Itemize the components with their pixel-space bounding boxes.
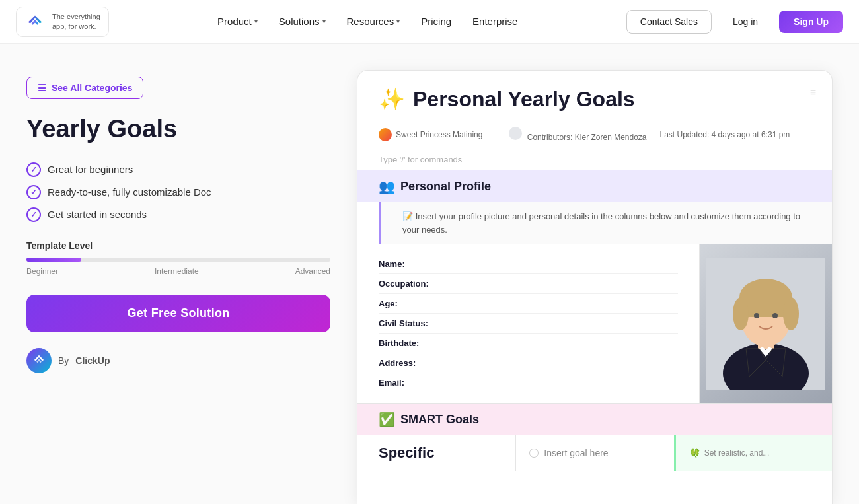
contributors-icon	[509, 127, 522, 140]
profile-table: Name: Occupation: Age: Civil Status: Bir…	[357, 244, 832, 403]
meta-contributors: Contributors: Kier Zoren Mendoza	[509, 127, 646, 142]
field-age: Age:	[379, 294, 678, 314]
author-name: Sweet Princess Matining	[396, 130, 482, 139]
nav-solutions[interactable]: Solutions ▾	[270, 11, 335, 32]
personal-profile-emoji-icon: 👥	[379, 178, 395, 194]
doc-title-row: ✨ Personal Yearly Goals	[379, 87, 635, 112]
doc-meta: Sweet Princess Matining Contributors: Ki…	[357, 120, 832, 149]
svg-point-9	[754, 313, 759, 318]
svg-point-8	[783, 297, 799, 330]
field-name: Name:	[379, 254, 678, 274]
nav-left: The everything app, for work.	[16, 7, 109, 37]
doc-title-text: Personal Yearly Goals	[413, 87, 635, 112]
doc-header: ✨ Personal Yearly Goals	[357, 71, 832, 120]
by-label: By	[58, 355, 69, 366]
check-circle-icon-0	[26, 162, 41, 177]
feature-item-2: Get started in seconds	[26, 207, 330, 222]
radio-empty-icon	[529, 449, 539, 458]
contributors-value: Kier Zoren Mendoza	[575, 133, 647, 142]
realistic-text: Set realistic, and...	[704, 449, 770, 458]
last-updated-value: 4 days ago at 6:31 pm	[712, 130, 790, 139]
specific-placeholder: Insert goal here	[544, 448, 608, 458]
template-level-label: Template Level	[26, 240, 330, 251]
section-heading-personal-profile: 👥 Personal Profile	[357, 170, 832, 202]
svg-point-7	[733, 297, 749, 330]
check-circle-icon-2	[26, 207, 41, 222]
profile-photo-inner	[700, 244, 832, 403]
note-text: Insert your profile picture and personal…	[402, 211, 800, 234]
nav-resources[interactable]: Resources ▾	[338, 11, 410, 32]
smart-goals-heading-text: SMART Goals	[400, 413, 479, 427]
by-clickup: By ClickUp	[26, 348, 330, 373]
last-updated-label: Last Updated:	[660, 130, 710, 139]
note-emoji-icon: 📝	[402, 211, 413, 221]
doc-preview: ≡ ✨ Personal Yearly Goals Sweet Princess…	[357, 70, 833, 504]
field-address: Address:	[379, 353, 678, 373]
contributors-label: Contributors:	[527, 133, 573, 142]
nav-enterprise[interactable]: Enterprise	[463, 11, 527, 32]
field-email: Email:	[379, 373, 678, 392]
signup-button[interactable]: Sign Up	[779, 11, 843, 33]
see-all-categories-button[interactable]: ☰ See All Categories	[26, 77, 143, 99]
nav-links: Product ▾ Solutions ▾ Resources ▾ Pricin…	[208, 11, 527, 32]
template-level-section: Template Level Beginner Intermediate Adv…	[26, 240, 330, 276]
level-advanced: Advanced	[295, 267, 330, 276]
feature-item-0: Great for beginners	[26, 162, 330, 177]
smart-goals-heading: ✅ SMART Goals	[357, 404, 832, 435]
product-chevron-icon: ▾	[254, 18, 258, 25]
personal-profile-note: 📝 Insert your profile picture and person…	[379, 202, 832, 244]
features-list: Great for beginners Ready-to-use, fully …	[26, 162, 330, 222]
level-bar-track	[26, 258, 330, 262]
nav-pricing[interactable]: Pricing	[412, 11, 461, 32]
personal-profile-heading: Personal Profile	[400, 180, 491, 194]
svg-point-10	[772, 313, 778, 318]
level-bar-fill	[26, 258, 81, 262]
get-free-solution-button[interactable]: Get Free Solution	[26, 295, 330, 332]
level-beginner: Beginner	[26, 267, 58, 276]
smart-goals-section: ✅ SMART Goals Specific Insert goal here …	[357, 403, 832, 471]
level-intermediate: Intermediate	[155, 267, 199, 276]
logo-link[interactable]: The everything app, for work.	[16, 7, 109, 37]
specific-row: Specific Insert goal here 🍀 Set realisti…	[357, 435, 832, 471]
field-civil-status: Civil Status:	[379, 314, 678, 334]
command-placeholder: Type '/' for commands	[379, 155, 462, 164]
field-occupation: Occupation:	[379, 274, 678, 294]
logo-tagline: The everything app, for work.	[52, 12, 100, 31]
feature-item-1: Ready-to-use, fully customizable Doc	[26, 185, 330, 199]
personal-profile-section: 👥 Personal Profile 📝 Insert your profile…	[357, 170, 832, 403]
field-birthdate: Birthdate:	[379, 334, 678, 353]
profile-fields: Name: Occupation: Age: Civil Status: Bir…	[357, 244, 700, 403]
bars-icon: ☰	[38, 83, 46, 93]
list-view-icon[interactable]: ≡	[810, 87, 816, 98]
realistic-emoji-icon: 🍀	[689, 448, 700, 458]
solutions-chevron-icon: ▾	[322, 18, 326, 25]
clickup-logo-icon	[24, 11, 46, 32]
check-circle-icon-1	[26, 185, 41, 199]
navigation: The everything app, for work. Product ▾ …	[0, 0, 859, 44]
nav-product[interactable]: Product ▾	[208, 11, 267, 32]
by-brand: ClickUp	[75, 355, 110, 366]
person-photo-svg	[706, 258, 825, 390]
doc-title-emoji: ✨	[379, 87, 405, 112]
clickup-badge-icon	[26, 348, 52, 373]
meta-author: Sweet Princess Matining	[379, 128, 482, 141]
level-labels: Beginner Intermediate Advanced	[26, 267, 330, 276]
resources-chevron-icon: ▾	[396, 18, 400, 25]
main-content: ☰ See All Categories Yearly Goals Great …	[0, 44, 859, 504]
meta-last-updated: Last Updated: 4 days ago at 6:31 pm	[660, 130, 790, 139]
template-title: Yearly Goals	[26, 115, 330, 144]
specific-label: Specific	[357, 435, 515, 471]
realistic-col: 🍀 Set realistic, and...	[674, 435, 832, 471]
login-button[interactable]: Log in	[720, 11, 771, 33]
author-avatar-icon	[379, 128, 392, 141]
contact-sales-button[interactable]: Contact Sales	[626, 10, 712, 34]
profile-photo	[700, 244, 832, 403]
command-line[interactable]: Type '/' for commands	[357, 149, 832, 170]
smart-goals-emoji-icon: ✅	[379, 412, 395, 427]
specific-input[interactable]: Insert goal here	[515, 435, 673, 471]
nav-right: Contact Sales Log in Sign Up	[626, 10, 843, 34]
left-panel: ☰ See All Categories Yearly Goals Great …	[26, 70, 330, 504]
